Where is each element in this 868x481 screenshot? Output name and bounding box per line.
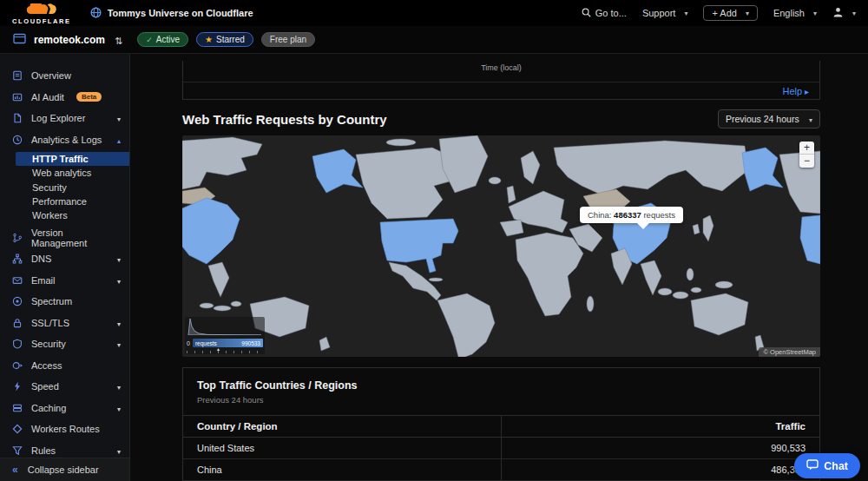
sidebar-item-overview[interactable]: Overview xyxy=(0,65,129,87)
search-icon xyxy=(582,8,591,19)
world-traffic-map[interactable]: + − China: 486337 requests 0 requests 99… xyxy=(182,135,820,357)
chevron-down-icon xyxy=(117,318,121,328)
chat-bubble-icon xyxy=(806,459,819,473)
add-label: + Add xyxy=(712,8,736,18)
main-content: Time (local) Help Web Traffic Requests b… xyxy=(130,54,868,481)
page-title: Web Traffic Requests by Country xyxy=(182,112,387,127)
sidebar-item-security[interactable]: Security xyxy=(0,333,129,355)
time-range-dropdown[interactable]: Previous 24 hours xyxy=(718,109,820,128)
sidebar-item-analytics-logs[interactable]: Analytics & Logs xyxy=(0,129,129,151)
chevron-down-icon xyxy=(117,339,121,349)
sidebar-item-ai-audit[interactable]: AI Audit Beta xyxy=(0,87,129,109)
sidebar-item-performance[interactable]: Performance xyxy=(0,194,129,208)
chevron-down-icon xyxy=(117,381,121,392)
plan-badge: Free plan xyxy=(261,32,315,47)
chat-button[interactable]: Chat xyxy=(794,453,860,478)
app-header: CLOUDFLARE Tommys Universe on Cloudflare… xyxy=(0,0,868,26)
map-attribution[interactable]: © OpenStreetMap xyxy=(759,347,820,357)
top-countries-table: Country / Region Traffic United States 9… xyxy=(183,415,819,481)
table-row[interactable]: China 486,337 xyxy=(183,459,819,481)
map-tooltip: China: 486337 requests xyxy=(580,207,683,223)
table-subtitle: Previous 24 hours xyxy=(197,395,806,405)
account-name: Tommys Universe on Cloudflare xyxy=(108,8,253,18)
status-badge-active: Active xyxy=(137,32,188,47)
language-menu[interactable]: English xyxy=(773,8,817,18)
dns-icon xyxy=(12,254,23,264)
sidebar-item-http-traffic[interactable]: HTTP Traffic xyxy=(16,152,129,166)
chevron-down-icon xyxy=(809,114,812,124)
lightning-icon xyxy=(12,381,23,392)
beta-badge: Beta xyxy=(76,92,102,102)
legend-marker-icon: ▲ xyxy=(216,346,220,352)
traffic-cell: 486,337 xyxy=(502,459,820,481)
zoom-in-button[interactable]: + xyxy=(799,142,814,155)
sidebar-item-dns[interactable]: DNS xyxy=(0,248,129,270)
sidebar-item-workers-routes[interactable]: Workers Routes xyxy=(0,418,129,440)
table-row[interactable]: United States 990,533 xyxy=(183,438,819,459)
legend-histogram xyxy=(187,318,263,335)
top-countries-card: Top Traffic Countries / Regions Previous… xyxy=(182,367,820,481)
sidebar-item-access[interactable]: Access xyxy=(0,354,129,376)
map-legend[interactable]: 0 requests 990533 ▲ xyxy=(185,317,265,354)
country-cell: United States xyxy=(183,438,502,459)
caching-icon xyxy=(12,403,23,413)
zoom-out-button[interactable]: − xyxy=(799,155,814,168)
table-title: Top Traffic Countries / Regions xyxy=(197,379,806,392)
chevron-down-icon xyxy=(117,445,121,456)
column-header-country: Country / Region xyxy=(183,416,502,438)
zone-domain: remoteok.com xyxy=(34,34,105,46)
support-label: Support xyxy=(642,8,676,18)
chevron-down-icon xyxy=(117,403,121,413)
sidebar-item-web-analytics[interactable]: Web analytics xyxy=(0,166,129,180)
overview-icon xyxy=(12,70,23,81)
chevron-down-icon xyxy=(117,254,121,264)
choropleth-map xyxy=(182,135,820,357)
legend-max: 990533 xyxy=(241,340,260,346)
legend-min: 0 xyxy=(187,340,190,346)
tooltip-value: 486337 xyxy=(614,210,641,220)
legend-gradient-bar[interactable]: requests 990533 xyxy=(193,339,263,347)
help-link[interactable]: Help xyxy=(783,86,809,96)
chat-label: Chat xyxy=(824,460,848,472)
globe-icon xyxy=(90,7,102,20)
sidebar-item-log-explorer[interactable]: Log Explorer xyxy=(0,108,129,129)
account-switcher[interactable]: Tommys Universe on Cloudflare xyxy=(90,7,253,20)
sidebar-item-security-analytics[interactable]: Security xyxy=(0,181,129,194)
collapse-sidebar-button[interactable]: Collapse sidebar xyxy=(0,458,129,481)
log-explorer-icon xyxy=(12,113,23,123)
cloudflare-logo[interactable]: CLOUDFLARE xyxy=(12,3,71,25)
user-menu[interactable] xyxy=(832,7,856,19)
shield-icon xyxy=(12,339,23,349)
sidebar-item-caching[interactable]: Caching xyxy=(0,397,129,418)
traffic-cell: 990,533 xyxy=(502,438,820,459)
status-badge-starred[interactable]: Starred xyxy=(196,32,253,47)
sidebar-item-version-management[interactable]: Version Management xyxy=(0,227,129,248)
sidebar-item-workers-analytics[interactable]: Workers xyxy=(0,208,129,222)
tooltip-pointer xyxy=(637,223,649,229)
user-icon xyxy=(832,7,844,19)
sidebar-item-spectrum[interactable]: Spectrum xyxy=(0,291,129,313)
lock-icon xyxy=(12,318,23,328)
sidebar-item-speed[interactable]: Speed xyxy=(0,376,129,398)
zone-switcher-icon[interactable] xyxy=(115,32,122,48)
chart-x-axis-label: Time (local) xyxy=(183,63,819,72)
chevron-down-icon xyxy=(117,113,121,123)
legend-label: requests xyxy=(195,340,217,346)
search-trigger[interactable]: Go to... xyxy=(582,8,627,19)
sidebar: Overview AI Audit Beta Log Explorer Anal… xyxy=(0,54,130,481)
sidebar-item-email[interactable]: Email xyxy=(0,269,129,291)
access-icon xyxy=(12,360,23,371)
ai-audit-icon xyxy=(12,92,23,102)
analytics-submenu: HTTP Traffic Web analytics Security Perf… xyxy=(0,150,129,227)
zone-window-icon xyxy=(13,32,26,48)
previous-chart-card: Time (local) Help xyxy=(182,61,820,100)
spectrum-icon xyxy=(12,296,23,306)
chevron-down-icon xyxy=(117,275,121,286)
support-menu[interactable]: Support xyxy=(642,8,688,18)
legend-ticks: ▲ xyxy=(187,348,263,353)
sidebar-item-ssl-tls[interactable]: SSL/TLS xyxy=(0,312,129,333)
zone-bar: remoteok.com Active Starred Free plan xyxy=(0,26,868,54)
add-button[interactable]: + Add xyxy=(703,5,757,21)
map-zoom-control: + − xyxy=(799,142,814,168)
search-label: Go to... xyxy=(595,8,627,18)
